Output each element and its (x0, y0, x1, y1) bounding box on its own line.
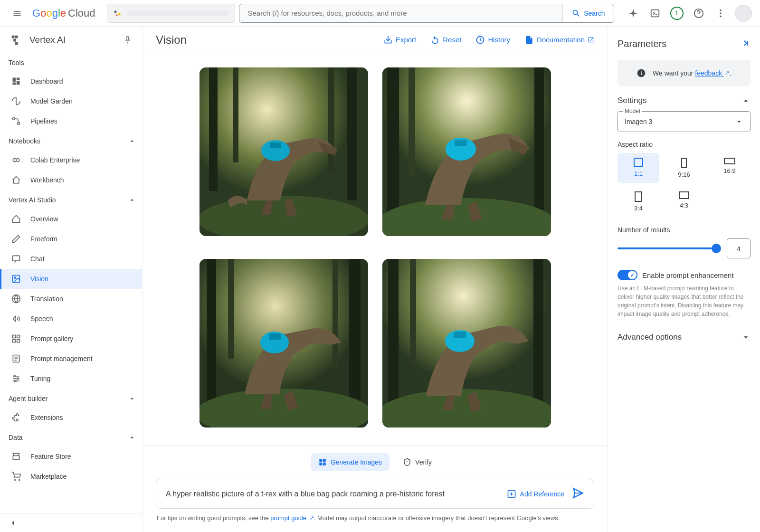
nav-tuning[interactable]: Tuning (0, 369, 142, 389)
svg-rect-37 (347, 67, 357, 200)
nav-prompt-management[interactable]: Prompt management (0, 349, 142, 369)
more-vert-icon[interactable] (711, 4, 730, 23)
hamburger-menu[interactable] (6, 2, 28, 25)
cloud-shell-icon[interactable] (646, 4, 665, 23)
nav-model-garden[interactable]: Model Garden (0, 91, 142, 111)
nav-feature-store[interactable]: Feature Store (0, 446, 142, 466)
results-slider[interactable] (618, 247, 721, 249)
svg-point-16 (13, 118, 15, 120)
collapse-sidebar[interactable] (0, 513, 142, 532)
svg-rect-49 (455, 140, 467, 146)
section-notebooks[interactable]: Notebooks (0, 131, 142, 150)
add-reference-button[interactable]: Add Reference (507, 489, 564, 499)
section-agent[interactable]: Agent builder (0, 389, 142, 408)
nav-extensions[interactable]: Extensions (0, 408, 142, 428)
aspect-ratio-16-9[interactable]: 16:9 (709, 153, 750, 183)
project-selector[interactable] (107, 4, 235, 23)
avatar[interactable] (735, 5, 752, 22)
prompt-input[interactable]: A hyper realistic picture of a t-rex wit… (166, 490, 499, 498)
nav-freeform[interactable]: Freeform (0, 229, 142, 249)
svg-rect-10 (13, 39, 16, 42)
svg-point-18 (13, 159, 16, 162)
pin-button[interactable] (119, 31, 136, 48)
export-button[interactable]: Export (383, 35, 416, 45)
search-button[interactable]: Search (562, 4, 613, 22)
svg-rect-38 (233, 67, 238, 162)
collapse-panel-button[interactable] (741, 38, 750, 49)
svg-point-22 (14, 277, 16, 278)
generate-images-tab[interactable]: Generate Images (311, 453, 390, 471)
svg-point-17 (18, 123, 20, 125)
svg-rect-68 (323, 463, 326, 466)
generated-image-2[interactable] (382, 67, 551, 236)
section-tools[interactable]: Tools (0, 53, 142, 71)
svg-rect-54 (332, 259, 338, 368)
nav-chat[interactable]: Chat (0, 249, 142, 269)
section-data[interactable]: Data (0, 428, 142, 446)
model-selector[interactable]: Model Imagen 3 (618, 111, 750, 132)
nav-translation[interactable]: Translation (0, 289, 142, 309)
trex-forest-image (382, 67, 551, 236)
settings-section-header[interactable]: Settings (618, 96, 750, 105)
feedback-link[interactable]: feedback (695, 69, 730, 77)
notifications-button[interactable]: 1 (667, 4, 686, 23)
generated-image-4[interactable] (382, 259, 551, 428)
svg-point-7 (720, 15, 722, 17)
svg-rect-27 (17, 340, 20, 342)
nav-dashboard[interactable]: Dashboard (0, 71, 142, 91)
svg-point-19 (16, 159, 19, 162)
svg-rect-66 (323, 459, 326, 462)
collapse-right-icon (741, 38, 750, 48)
nav-workbench[interactable]: Workbench (0, 170, 142, 190)
aspect-ratio-9-16[interactable]: 9:16 (663, 153, 705, 183)
history-button[interactable]: History (475, 35, 510, 45)
nav-vision[interactable]: Vision (0, 269, 142, 289)
nav-marketplace[interactable]: Marketplace (0, 466, 142, 486)
gemini-icon[interactable] (624, 4, 643, 23)
search-input[interactable] (239, 4, 563, 22)
num-results-label: Number of results (618, 226, 750, 234)
help-icon[interactable] (689, 4, 708, 23)
tips-text: For tips on writing good prompts, see th… (156, 509, 594, 527)
enhance-help-text: Use an LLM-based prompt rewriting featur… (618, 284, 750, 318)
svg-rect-46 (408, 67, 415, 177)
svg-point-72 (641, 71, 642, 72)
svg-point-6 (720, 12, 722, 14)
grid-icon (318, 458, 327, 466)
verify-tab[interactable]: Verify (395, 453, 439, 471)
dropdown-icon (735, 117, 743, 126)
enhance-toggle[interactable] (618, 270, 637, 280)
generated-image-3[interactable] (200, 259, 368, 428)
google-cloud-logo[interactable]: Google Cloud (32, 7, 103, 19)
nav-prompt-gallery[interactable]: Prompt gallery (0, 329, 142, 349)
nav-pipelines[interactable]: Pipelines (0, 111, 142, 131)
svg-rect-64 (454, 332, 466, 338)
prompt-guide-link[interactable]: prompt guide (270, 514, 314, 522)
shield-icon (403, 458, 411, 466)
aspect-ratio-4-3[interactable]: 4:3 (663, 187, 705, 217)
chevron-up-icon (128, 394, 136, 403)
nav-speech[interactable]: Speech (0, 309, 142, 329)
svg-rect-11 (15, 42, 18, 45)
results-value[interactable]: 4 (727, 238, 750, 258)
nav-colab[interactable]: Colab Enterprise (0, 150, 142, 170)
svg-point-32 (15, 480, 16, 481)
section-studio[interactable]: Vertex AI Studio (0, 190, 142, 209)
chevron-up-icon (741, 96, 750, 105)
chevron-down-icon (741, 332, 750, 342)
advanced-options-header[interactable]: Advanced options (618, 332, 750, 342)
svg-rect-25 (17, 335, 20, 338)
documentation-button[interactable]: Documentation (524, 35, 594, 45)
aspect-ratio-3-4[interactable]: 3:4 (618, 187, 659, 217)
svg-rect-57 (269, 333, 281, 340)
generated-image-1[interactable] (200, 67, 368, 236)
nav-overview[interactable]: Overview (0, 209, 142, 229)
svg-point-31 (15, 380, 16, 381)
svg-rect-13 (17, 78, 20, 80)
svg-rect-71 (641, 72, 642, 75)
aspect-ratio-1-1[interactable]: 1:1 (618, 153, 659, 183)
brand-cloud-text: Cloud (68, 7, 95, 19)
reset-button[interactable]: Reset (430, 35, 461, 45)
page-title: Vision (156, 33, 369, 47)
send-button[interactable] (572, 487, 584, 501)
